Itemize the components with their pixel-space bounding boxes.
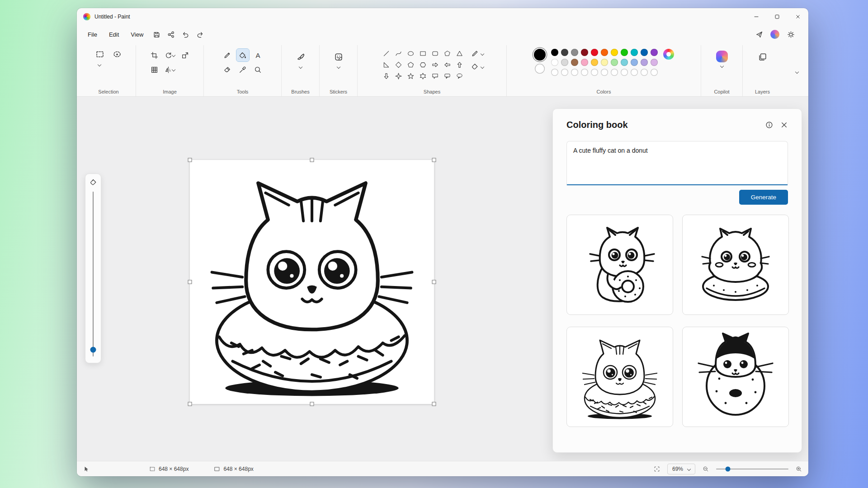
- result-thumbnail-1[interactable]: [566, 215, 673, 315]
- result-thumbnail-4[interactable]: [682, 327, 789, 427]
- shape-rounded-rectangle[interactable]: [429, 48, 441, 59]
- shape-callout-round[interactable]: [442, 71, 453, 82]
- palette-color-ffd600[interactable]: [611, 49, 618, 56]
- palette-color-ffc83d[interactable]: [591, 59, 598, 66]
- rotate-dropdown-chevron-icon[interactable]: [172, 53, 175, 57]
- selection-handle-se[interactable]: [432, 402, 436, 406]
- eraser-tool[interactable]: [221, 63, 234, 76]
- brushes-dropdown-chevron-icon[interactable]: [298, 65, 302, 69]
- shape-right-triangle[interactable]: [381, 60, 392, 70]
- shape-diamond[interactable]: [393, 60, 405, 70]
- send-feedback-button[interactable]: [752, 28, 766, 41]
- palette-color-d9d9d9[interactable]: [561, 59, 568, 66]
- palette-empty-slot[interactable]: [601, 69, 608, 76]
- selection-handle-sw[interactable]: [188, 402, 192, 406]
- undo-button[interactable]: [179, 28, 192, 41]
- palette-color-7ad1dd[interactable]: [621, 59, 628, 66]
- close-button[interactable]: [788, 8, 808, 25]
- shape-arrow-left[interactable]: [442, 60, 453, 70]
- account-avatar[interactable]: [770, 30, 779, 39]
- selection-handle-e[interactable]: [432, 280, 436, 284]
- palette-empty-slot[interactable]: [621, 69, 628, 76]
- zoom-slider-thumb[interactable]: [725, 466, 730, 471]
- shape-arrow-right[interactable]: [429, 60, 441, 70]
- shape-curve[interactable]: [393, 48, 405, 59]
- selection-dropdown-chevron-icon[interactable]: [98, 63, 101, 66]
- color1-swatch[interactable]: [534, 49, 546, 61]
- palette-color-00b7c3[interactable]: [631, 49, 638, 56]
- shape-rectangle[interactable]: [417, 48, 429, 59]
- edit-colors-wheel-icon[interactable]: [663, 49, 674, 60]
- palette-empty-slot[interactable]: [651, 69, 658, 76]
- palette-empty-slot[interactable]: [641, 69, 648, 76]
- shape-star-5[interactable]: [405, 71, 417, 82]
- selection-handle-ne[interactable]: [432, 158, 436, 162]
- tool-size-slider-thumb[interactable]: [90, 347, 96, 353]
- tool-size-slider-track[interactable]: [93, 192, 94, 357]
- resize-tool[interactable]: [179, 49, 192, 61]
- result-thumbnail-2[interactable]: [682, 215, 789, 315]
- palette-color-16c60c[interactable]: [621, 49, 628, 56]
- shape-pentagon[interactable]: [405, 60, 417, 70]
- ribbon-collapse-button[interactable]: [789, 67, 805, 75]
- shape-callout-oval[interactable]: [454, 71, 466, 82]
- rectangle-select-tool[interactable]: [94, 48, 106, 61]
- magnifier-tool[interactable]: [252, 63, 264, 76]
- copilot-icon[interactable]: [716, 51, 728, 62]
- canvas[interactable]: [190, 160, 434, 404]
- palette-empty-slot[interactable]: [561, 69, 568, 76]
- stickers-dropdown-chevron-icon[interactable]: [336, 65, 340, 69]
- palette-empty-slot[interactable]: [611, 69, 618, 76]
- palette-color-8c8c8c[interactable]: [571, 49, 578, 56]
- canvas-selection[interactable]: [190, 160, 434, 404]
- palette-color-fdf4a9[interactable]: [601, 59, 608, 66]
- shape-line[interactable]: [381, 48, 392, 59]
- settings-button[interactable]: [784, 28, 797, 41]
- palette-empty-slot[interactable]: [591, 69, 598, 76]
- generate-button[interactable]: Generate: [739, 190, 788, 205]
- fit-to-screen-icon[interactable]: [654, 466, 660, 472]
- free-select-tool[interactable]: [111, 48, 123, 61]
- palette-color-000000[interactable]: [551, 49, 558, 56]
- shape-outline-dropdown[interactable]: [471, 50, 484, 57]
- palette-empty-slot[interactable]: [631, 69, 638, 76]
- palette-color-d9b3e6[interactable]: [651, 59, 658, 66]
- layers-tool[interactable]: [756, 51, 769, 63]
- selection-handle-s[interactable]: [310, 402, 314, 406]
- shape-arrow-up[interactable]: [454, 60, 466, 70]
- zoom-out-icon[interactable]: [703, 466, 709, 472]
- shape-arrow-down[interactable]: [381, 71, 392, 82]
- zoom-in-icon[interactable]: [796, 466, 802, 472]
- zoom-slider-track[interactable]: [716, 469, 788, 469]
- menu-view[interactable]: View: [125, 28, 149, 41]
- menu-file[interactable]: File: [82, 28, 103, 41]
- selection-handle-nw[interactable]: [188, 158, 192, 162]
- share-button[interactable]: [164, 28, 178, 41]
- redo-button[interactable]: [193, 28, 207, 41]
- selection-handle-w[interactable]: [188, 280, 192, 284]
- palette-color-e81123[interactable]: [591, 49, 598, 56]
- palette-color-88121a[interactable]: [581, 49, 588, 56]
- prompt-input[interactable]: A cute fluffy cat on a donut: [566, 141, 788, 185]
- pixel-grid-tool[interactable]: [148, 63, 161, 76]
- copilot-dropdown-chevron-icon[interactable]: [720, 64, 723, 68]
- pencil-tool[interactable]: [221, 49, 234, 61]
- brushes-tool[interactable]: [294, 51, 307, 63]
- text-tool[interactable]: A: [252, 49, 264, 61]
- zoom-level-dropdown[interactable]: 69%: [667, 464, 695, 474]
- palette-color-a8e6a1[interactable]: [611, 59, 618, 66]
- selection-handle-n[interactable]: [310, 158, 314, 162]
- shape-star-6[interactable]: [417, 71, 429, 82]
- palette-color-8b3fc6[interactable]: [651, 49, 658, 56]
- palette-color-9c6b4a[interactable]: [571, 59, 578, 66]
- shape-star-4[interactable]: [393, 71, 405, 82]
- shape-polygon[interactable]: [442, 48, 453, 59]
- maximize-button[interactable]: [767, 8, 788, 25]
- rotate-tool[interactable]: [164, 49, 176, 61]
- palette-color-f7a8c4[interactable]: [581, 59, 588, 66]
- palette-color-b5a2e0[interactable]: [641, 59, 648, 66]
- shape-triangle[interactable]: [454, 48, 466, 59]
- flip-dropdown-chevron-icon[interactable]: [172, 68, 175, 71]
- shape-hexagon[interactable]: [417, 60, 429, 70]
- flip-tool[interactable]: [164, 63, 176, 76]
